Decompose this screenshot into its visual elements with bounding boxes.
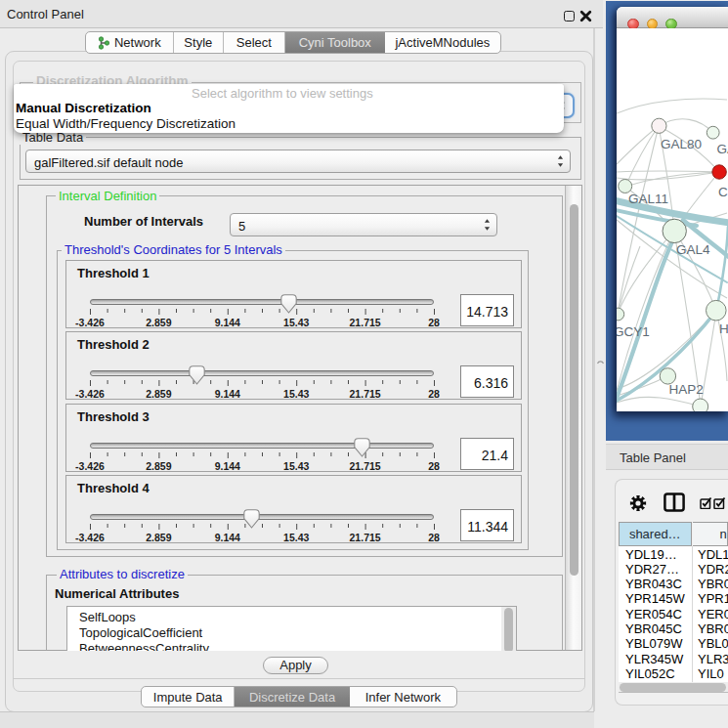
svg-text:GAL4: GAL4 <box>676 242 710 257</box>
svg-text:GAL11: GAL11 <box>628 192 668 206</box>
svg-text:C: C <box>718 185 728 199</box>
svg-text:GCY1: GCY1 <box>617 324 650 339</box>
svg-text:H: H <box>719 321 728 336</box>
svg-text:GAL80: GAL80 <box>661 137 702 151</box>
svg-text:HAP2: HAP2 <box>669 382 704 397</box>
svg-text:GA: GA <box>717 142 728 156</box>
